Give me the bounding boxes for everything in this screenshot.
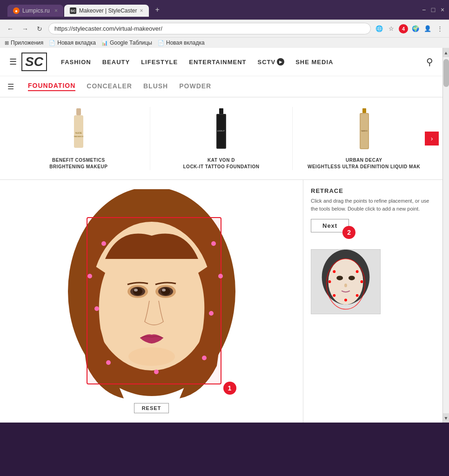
- svg-point-25: [328, 259, 363, 305]
- face-container: 1: [63, 189, 240, 398]
- browser-chrome: ● Lumpics.ru × SC Makeover | StyleCaster…: [0, 0, 449, 48]
- page-icon-1: 📄: [49, 40, 55, 46]
- retrace-description: Click and drag the points to refine plac…: [311, 197, 435, 212]
- tab-makeover-label: Makeover | StyleCaster: [79, 7, 137, 14]
- window-controls: − □ ×: [421, 7, 445, 13]
- close-button[interactable]: ×: [440, 7, 445, 13]
- svg-text:LOCK-IT: LOCK-IT: [217, 130, 225, 132]
- tab-makeover[interactable]: SC Makeover | StyleCaster ×: [64, 5, 149, 17]
- new-tab-button[interactable]: +: [150, 3, 165, 17]
- svg-point-33: [333, 294, 335, 297]
- profile-icon[interactable]: 👤: [423, 24, 432, 33]
- product-benefit[interactable]: NUDE RADIANCE BENEFIT COSMETICS BRIGHTEN…: [7, 107, 150, 170]
- svg-rect-8: [362, 108, 366, 113]
- scroll-up-arrow[interactable]: ▲: [443, 48, 449, 57]
- nav-she-media[interactable]: SHE MEDIA: [295, 59, 333, 66]
- carousel-next-arrow[interactable]: ›: [425, 132, 439, 145]
- maximize-button[interactable]: □: [430, 7, 436, 13]
- page-icon-2: 📄: [158, 40, 164, 46]
- bookmark-apps-label: Приложения: [11, 40, 43, 46]
- reset-button[interactable]: RESET: [134, 403, 169, 413]
- translate-icon[interactable]: 🌐: [375, 24, 384, 33]
- product-benefit-name: BENEFIT COSMETICS BRIGHTENING MAKEUP: [49, 157, 107, 170]
- sc-favicon: SC: [70, 7, 76, 14]
- search-icon[interactable]: ⚲: [426, 56, 433, 67]
- anchor-dot-bottom-left[interactable]: [106, 360, 111, 365]
- nav-fashion[interactable]: FASHION: [61, 59, 91, 66]
- svg-point-26: [336, 276, 343, 280]
- svg-point-32: [361, 280, 363, 283]
- address-input[interactable]: [48, 23, 371, 34]
- bookmark-apps[interactable]: ⊞ Приложения: [5, 40, 43, 46]
- anchor-dot-bottom-right[interactable]: [202, 356, 207, 360]
- face-area: 1 RESET: [0, 180, 303, 423]
- bookmark-sheets-label: Google Таблицы: [110, 40, 152, 46]
- svg-text:NAKED: NAKED: [361, 130, 368, 132]
- tab-lumpics[interactable]: ● Lumpics.ru ×: [7, 5, 63, 17]
- tabs-bar: ● Lumpics.ru × SC Makeover | StyleCaster…: [4, 3, 419, 17]
- nav-lifestyle[interactable]: LIFESTYLE: [141, 59, 178, 66]
- anchor-dot-mid-left[interactable]: [87, 274, 92, 278]
- apps-grid-icon: ⊞: [5, 40, 9, 46]
- nav-beauty[interactable]: BEAUTY: [102, 59, 130, 66]
- tab-concealer[interactable]: CONCEALER: [87, 82, 132, 91]
- retrace-panel: RETRACE Click and drag the points to ref…: [303, 180, 442, 423]
- tab-foundation[interactable]: FOUNDATION: [28, 82, 75, 91]
- scroll-thumb[interactable]: [443, 59, 449, 87]
- nav-entertainment[interactable]: ENTERTAINMENT: [189, 59, 246, 66]
- title-bar: ● Lumpics.ru × SC Makeover | StyleCaster…: [0, 0, 449, 20]
- refresh-button[interactable]: ↻: [34, 24, 45, 33]
- scroll-down-arrow[interactable]: ▼: [443, 413, 449, 423]
- nav-sctv[interactable]: SCTV▶: [257, 58, 284, 66]
- bookmark-star-icon[interactable]: ☆: [387, 24, 396, 33]
- face-preview-svg: [311, 249, 380, 314]
- svg-point-28: [344, 284, 347, 287]
- anchor-dot-bottom-mid[interactable]: [154, 370, 159, 374]
- anchor-dot-top-left[interactable]: [101, 241, 106, 246]
- tab-lumpics-close[interactable]: ×: [54, 7, 58, 14]
- tab-makeover-close[interactable]: ×: [140, 7, 143, 14]
- bookmark-sheets[interactable]: 📊 Google Таблицы: [101, 40, 152, 46]
- globe-icon[interactable]: 🌍: [411, 24, 420, 33]
- sc-logo[interactable]: SC: [21, 53, 47, 71]
- anchor-dot-right-low[interactable]: [209, 311, 214, 316]
- tab-lumpics-label: Lumpics.ru: [22, 7, 50, 14]
- extension-icon[interactable]: 4: [399, 24, 408, 33]
- retrace-title: RETRACE: [311, 187, 435, 194]
- tab-powder[interactable]: POWDER: [179, 82, 211, 91]
- badge-2: 2: [342, 226, 355, 239]
- tab-blush[interactable]: BLUSH: [143, 82, 168, 91]
- tool-area: 1 RESET RETRACE Click and drag the point…: [0, 180, 442, 423]
- back-button[interactable]: ←: [5, 24, 16, 33]
- bookmark-newtab1-label: Новая вкладка: [57, 40, 96, 46]
- bookmark-newtab2[interactable]: 📄 Новая вкладка: [158, 40, 205, 46]
- svg-rect-4: [219, 108, 223, 114]
- anchor-dot-mid-right[interactable]: [218, 274, 223, 278]
- mk-hamburger-icon[interactable]: ☰: [7, 82, 14, 91]
- anchor-dot-top-right[interactable]: [211, 241, 216, 246]
- scrollbar[interactable]: ▲ ▼: [442, 48, 449, 423]
- product-benefit-img: NUDE RADIANCE: [65, 107, 93, 153]
- forward-button[interactable]: →: [20, 24, 31, 33]
- menu-icon[interactable]: ⋮: [435, 24, 444, 33]
- address-bar: ← → ↻ 🌐 ☆ 4 🌍 👤 ⋮: [0, 20, 449, 37]
- anchor-dot-left-low[interactable]: [94, 306, 99, 311]
- product-katvond-name: KAT VON D LOCK-IT TATTOO FOUNDATION: [183, 157, 260, 170]
- bookmark-newtab1[interactable]: 📄 Новая вкладка: [49, 40, 96, 46]
- product-katvond[interactable]: LOCK-IT KAT VON D LOCK-IT TATTOO FOUNDAT…: [150, 107, 293, 170]
- sctv-play-icon: ▶: [277, 58, 284, 66]
- svg-text:RADIANCE: RADIANCE: [74, 135, 83, 138]
- product-urbandecay-name: URBAN DECAY WEIGHTLESS ULTRA DEFINITION …: [308, 157, 420, 170]
- product-urbandecay[interactable]: NAKED URBAN DECAY WEIGHTLESS ULTRA DEFIN…: [293, 107, 435, 170]
- sc-header: ☰ SC FASHION BEAUTY LIFESTYLE ENTERTAINM…: [0, 48, 442, 76]
- svg-point-35: [356, 294, 359, 297]
- sheets-icon: 📊: [101, 40, 108, 46]
- minimize-button[interactable]: −: [421, 7, 427, 13]
- svg-point-29: [333, 270, 335, 273]
- sc-hamburger-icon[interactable]: ☰: [9, 57, 17, 67]
- product-katvond-img: LOCK-IT: [208, 107, 235, 153]
- katvond-bottle-svg: LOCK-IT: [211, 108, 232, 152]
- svg-point-31: [328, 280, 331, 283]
- bookmark-newtab2-label: Новая вкладка: [166, 40, 205, 46]
- svg-point-34: [344, 299, 347, 302]
